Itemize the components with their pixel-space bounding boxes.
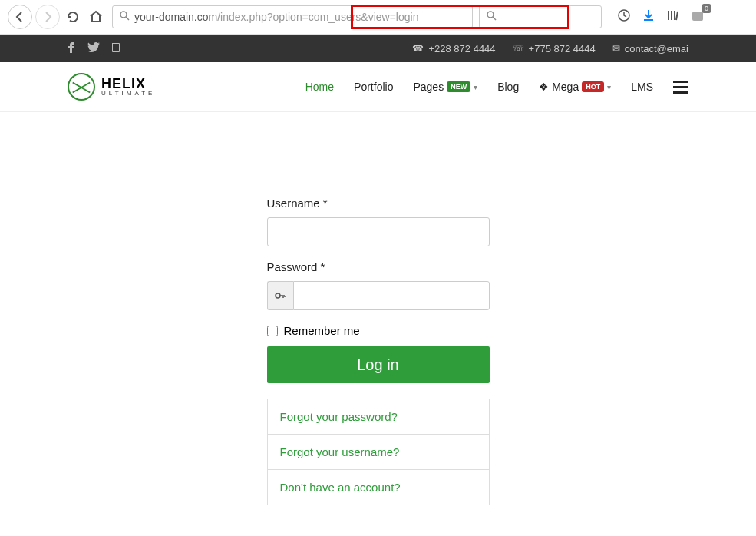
svg-point-6	[276, 293, 280, 298]
nav-blog[interactable]: Blog	[497, 81, 519, 93]
chevron-down-icon: ▾	[607, 83, 611, 91]
logo-mark-icon	[68, 73, 95, 101]
extension-icon[interactable]: 0	[691, 8, 706, 25]
svg-line-3	[493, 17, 496, 20]
library-icon[interactable]	[666, 8, 680, 25]
twitter-icon[interactable]	[87, 42, 100, 55]
help-links: Forgot your password? Forgot your userna…	[267, 399, 490, 505]
url-text: your-domain.com/index.php?option=com_use…	[134, 11, 418, 23]
key-icon	[267, 281, 294, 310]
main-nav: HELIX ULTIMATE Home Portfolio Pages NEW …	[0, 62, 756, 112]
menu-button[interactable]	[673, 81, 688, 94]
topbar: ☎+228 872 4444 ☏+775 872 4444 ✉contact@e…	[0, 35, 756, 62]
username-label: Username *	[267, 197, 490, 210]
history-icon[interactable]	[617, 8, 631, 25]
nav-home[interactable]: Home	[305, 81, 334, 93]
logo-main: HELIX	[101, 77, 155, 91]
password-label: Password *	[267, 260, 490, 273]
search-icon	[486, 10, 497, 24]
extension-badge: 0	[702, 4, 711, 13]
new-badge: NEW	[447, 81, 470, 92]
logo-sub: ULTIMATE	[101, 91, 155, 97]
username-input[interactable]	[267, 217, 490, 246]
back-button[interactable]	[8, 5, 32, 29]
password-input[interactable]	[293, 281, 489, 310]
no-account-link[interactable]: Don't have an account?	[268, 470, 489, 505]
svg-point-0	[120, 12, 127, 18]
login-form: Username * Password * Remember me Log in…	[267, 197, 490, 505]
mobile-icon: ☏	[513, 43, 524, 54]
email[interactable]: ✉contact@emai	[612, 43, 688, 55]
download-icon[interactable]	[642, 8, 655, 25]
svg-point-2	[487, 12, 494, 18]
phone1[interactable]: ☎+228 872 4444	[412, 43, 495, 55]
phone2[interactable]: ☏+775 872 4444	[513, 43, 596, 55]
envelope-icon: ✉	[612, 43, 620, 54]
login-button[interactable]: Log in	[267, 346, 490, 383]
facebook-icon[interactable]	[68, 42, 77, 55]
cube-icon: ❖	[539, 81, 549, 93]
search-icon	[119, 10, 130, 24]
nav-pages[interactable]: Pages NEW ▾	[413, 81, 477, 93]
logo[interactable]: HELIX ULTIMATE	[68, 73, 155, 101]
hot-badge: HOT	[582, 81, 604, 92]
home-button[interactable]	[86, 7, 106, 27]
svg-rect-5	[692, 12, 703, 21]
chevron-down-icon: ▾	[474, 83, 477, 91]
nav-mega[interactable]: ❖ Mega HOT ▾	[539, 81, 611, 93]
forward-button[interactable]	[35, 5, 60, 29]
nav-portfolio[interactable]: Portfolio	[354, 81, 393, 93]
forgot-password-link[interactable]: Forgot your password?	[268, 399, 489, 435]
remember-label: Remember me	[284, 324, 360, 337]
book-icon[interactable]	[111, 42, 121, 55]
forgot-username-link[interactable]: Forgot your username?	[268, 435, 489, 470]
browser-toolbar: your-domain.com/index.php?option=com_use…	[0, 0, 756, 35]
nav-lms[interactable]: LMS	[631, 81, 653, 93]
browser-search-bar[interactable]	[479, 5, 602, 28]
reload-button[interactable]	[63, 7, 83, 27]
phone-icon: ☎	[412, 43, 424, 54]
remember-checkbox[interactable]	[267, 326, 278, 336]
address-bar[interactable]: your-domain.com/index.php?option=com_use…	[112, 5, 473, 28]
svg-line-1	[126, 17, 129, 20]
